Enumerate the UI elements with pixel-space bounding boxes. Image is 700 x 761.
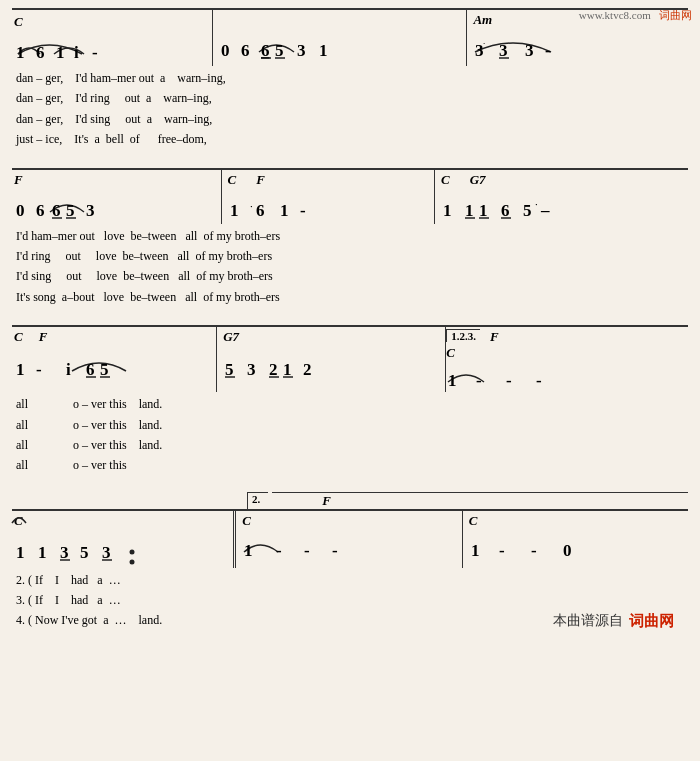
lyric-3-2: all o – ver this land. [16, 415, 684, 435]
svg-text:6: 6 [241, 41, 250, 60]
chord-F-4: F [272, 492, 688, 509]
svg-text:1: 1 [465, 201, 474, 220]
svg-text:1: 1 [280, 201, 289, 220]
notes-2-2: 1 · 6 1 - [228, 190, 431, 222]
svg-text:0: 0 [221, 41, 230, 60]
notes-svg-12: 1 - - 0 [469, 530, 599, 562]
notes-3-3: 1 - - - [446, 362, 684, 390]
svg-text:1: 1 [230, 201, 239, 220]
volta-area: 1.2.3. F [446, 329, 684, 345]
lyric-3-4: all o – ver this [16, 455, 684, 475]
svg-text:1: 1 [16, 43, 25, 62]
notes-svg-8: 5 3 2 1 2 [223, 347, 363, 383]
notes-2-1: 0 6 6 5 3 [14, 190, 217, 222]
notes-1-3: 3 · 3 3 - [473, 30, 684, 62]
lyric-3-1: all o – ver this land. [16, 394, 684, 414]
chord-F-2b: F [256, 172, 265, 188]
svg-text:6: 6 [36, 43, 45, 62]
lyric-2-2: I'd ring out love be–tween all of my bro… [16, 246, 684, 266]
svg-text:-: - [276, 541, 282, 560]
lyrics-section-4: 2. ( If I had a … 3. ( If I had a … 4. (… [16, 570, 553, 631]
svg-text:5: 5 [275, 41, 284, 60]
svg-text:-: - [531, 541, 537, 560]
measure-4-1: C 1 1 3 5 3 [12, 511, 236, 568]
watermark: www.ktvc8.com 词曲网 [579, 8, 692, 23]
chord-F-2: F [14, 172, 217, 188]
svg-text:-: - [545, 41, 551, 60]
svg-point-68 [130, 559, 135, 564]
volta-bracket-2: 2. [247, 492, 268, 509]
svg-text:-: - [332, 541, 338, 560]
chords-FC-4: C [242, 513, 457, 529]
lyric-2-3: I'd sing out love be–tween all of my bro… [16, 266, 684, 286]
svg-text:2: 2 [303, 360, 312, 379]
notes-svg-3: 3 · 3 3 - [473, 30, 603, 62]
section-2: F 0 6 6 5 3 C [12, 168, 688, 314]
svg-text:1: 1 [56, 43, 65, 62]
svg-text:6: 6 [52, 201, 61, 220]
svg-text:6: 6 [261, 41, 270, 60]
svg-text:-: - [304, 541, 310, 560]
svg-text:6: 6 [86, 360, 95, 379]
chord-F-3: F [39, 329, 48, 345]
svg-text:5: 5 [523, 201, 532, 220]
chords-CF-3: C F [14, 329, 212, 345]
notes-1-1: 1 6 1 i - [14, 32, 208, 64]
chord-C-3b: C [446, 345, 684, 361]
watermark-url: www.ktvc8.com [579, 9, 651, 21]
footer-site-name: 词曲网 [629, 612, 674, 631]
svg-text:5: 5 [100, 360, 109, 379]
lyrics-section-2: I'd ham–mer out love be–tween all of my … [12, 224, 688, 314]
notes-svg-10: 1 1 3 5 3 [14, 530, 144, 566]
svg-text:i: i [66, 360, 71, 379]
lyric-4-3: 4. ( Now I've got a … land. [16, 610, 553, 630]
measure-3-2: G7 5 3 2 1 2 [217, 327, 446, 392]
notes-svg-7: 1 - i 6 5 [14, 347, 144, 383]
lyric-2-1: I'd ham–mer out love be–tween all of my … [16, 226, 684, 246]
measure-2-1: F 0 6 6 5 3 [12, 170, 222, 224]
svg-text:3: 3 [247, 360, 256, 379]
svg-text:3: 3 [102, 543, 111, 562]
svg-text:0: 0 [563, 541, 572, 560]
chord-C-4b: C [242, 513, 251, 529]
svg-text:1: 1 [443, 201, 452, 220]
svg-text:1: 1 [38, 543, 47, 562]
notes-svg-5: 1 · 6 1 - [228, 190, 338, 222]
svg-text:-: - [92, 43, 98, 62]
chord-C-3: C [14, 329, 23, 345]
notes-svg-11: 1 - - - [242, 530, 362, 562]
svg-text:3: 3 [297, 41, 306, 60]
svg-text:1: 1 [471, 541, 480, 560]
notes-svg-6: 1 1 1 6 5 · – [441, 190, 586, 222]
chord-C-2: C [228, 172, 237, 188]
footer-source-text: 本曲谱源自 [553, 612, 623, 630]
svg-text:1: 1 [319, 41, 328, 60]
svg-text:0: 0 [16, 201, 25, 220]
svg-text:2: 2 [269, 360, 278, 379]
chord-C-4c: C [469, 513, 684, 529]
svg-text:3: 3 [525, 41, 534, 60]
chords-CF: C F [228, 172, 431, 188]
svg-text:-: - [36, 360, 42, 379]
svg-text:–: – [540, 201, 550, 220]
svg-text:6: 6 [501, 201, 510, 220]
svg-text:1: 1 [244, 541, 253, 560]
measure-4-2: C 1 - - - [236, 511, 462, 568]
lyric-1-3: dan – ger, I'd sing out a warn–ing, [16, 109, 684, 129]
svg-text:·: · [535, 198, 538, 210]
chord-G7-3: G7 [223, 329, 239, 345]
svg-text:-: - [499, 541, 505, 560]
notes-svg-1: 1 6 1 i - [14, 32, 124, 64]
notation-row-4: C 1 1 3 5 3 [12, 509, 688, 568]
lyrics-footer-area: 2. ( If I had a … 3. ( If I had a … 4. (… [12, 568, 688, 637]
notes-2-3: 1 1 1 6 5 · – [441, 190, 684, 222]
measure-1-2: 0 6 6 5 3 1 [213, 10, 467, 66]
svg-point-67 [130, 549, 135, 554]
svg-text:1: 1 [16, 360, 25, 379]
svg-text:1: 1 [16, 543, 25, 562]
chord-C-2b: C [441, 172, 450, 188]
lyric-1-4: just – ice, It's a bell of free–dom, [16, 129, 684, 149]
notes-4-3: 1 - - 0 [469, 530, 684, 562]
lyrics-section-3: all o – ver this land. all o – ver this … [12, 392, 688, 482]
svg-text:6: 6 [256, 201, 265, 220]
